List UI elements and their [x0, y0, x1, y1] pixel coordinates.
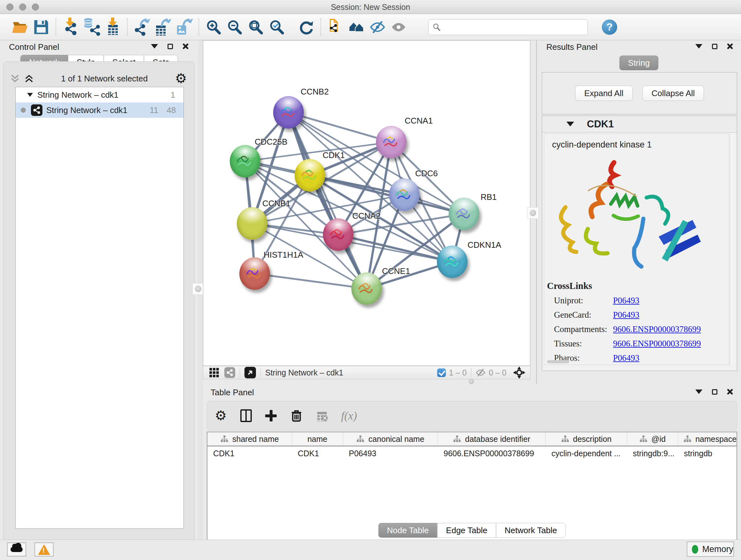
show-grid-icon[interactable] — [209, 368, 219, 378]
import-network-database-button[interactable] — [81, 17, 102, 37]
network-node-cdk1[interactable] — [294, 159, 325, 192]
show-columns-icon[interactable] — [240, 409, 252, 422]
column-header-description[interactable]: description — [546, 432, 627, 446]
network-node-hist1h1a[interactable] — [239, 257, 270, 290]
node-label-ccna2: CCNA2 — [352, 211, 381, 221]
delete-column-trash-icon[interactable] — [290, 409, 303, 422]
import-network-file-button[interactable] — [60, 17, 81, 37]
network-node-ccnb2[interactable] — [273, 96, 304, 129]
undock-panel-icon[interactable] — [167, 44, 173, 49]
table-cell[interactable]: stringdb — [678, 446, 737, 460]
network-node-ccna1[interactable] — [376, 126, 407, 159]
hidden-eye-slash-icon[interactable] — [476, 368, 485, 377]
warnings-button[interactable] — [35, 543, 54, 557]
bottom-splitter-handle[interactable] — [467, 379, 476, 384]
export-network-button[interactable] — [131, 17, 152, 37]
results-hscroll-thumb[interactable] — [547, 360, 569, 363]
network-node-cdc25b[interactable] — [230, 145, 260, 178]
column-header-canonical-name[interactable]: canonical name — [343, 432, 438, 446]
zoom-selected-button[interactable] — [266, 17, 287, 37]
open-session-button[interactable] — [10, 17, 30, 37]
collapse-all-button[interactable]: Collapse All — [643, 85, 704, 101]
collapse-all-icon[interactable] — [10, 74, 20, 83]
birdseye-crosshair-icon[interactable] — [513, 366, 526, 379]
delete-table-icon[interactable] — [316, 410, 328, 422]
results-entry-header[interactable]: CDK1 — [542, 116, 737, 132]
clone-network-button[interactable] — [325, 17, 346, 37]
close-panel-icon[interactable] — [727, 44, 733, 49]
results-scrollbar[interactable] — [730, 134, 735, 365]
left-splitter-handle[interactable] — [192, 283, 204, 295]
tab-node-table[interactable]: Node Table — [379, 523, 437, 538]
network-node-ccne1[interactable] — [351, 272, 382, 305]
table-cell[interactable]: CDK1 — [207, 446, 292, 460]
close-panel-icon[interactable] — [727, 389, 733, 395]
expand-all-icon[interactable] — [24, 74, 34, 83]
zoom-fit-button[interactable] — [245, 17, 266, 37]
entry-expander-icon[interactable] — [566, 122, 574, 126]
table-cell[interactable]: CDK1 — [292, 446, 343, 460]
column-header-database-identifier[interactable]: database identifier — [438, 432, 546, 446]
network-node-cdc6[interactable] — [389, 179, 420, 211]
crosslink-compartments[interactable]: 9606.ENSP00000378699 — [613, 324, 701, 334]
network-node-ccnb1[interactable] — [237, 207, 267, 240]
network-node-rb1[interactable] — [449, 198, 479, 230]
float-panel-icon[interactable] — [151, 44, 158, 49]
column-header--id[interactable]: @id — [627, 432, 678, 446]
crosslink-tissues[interactable]: 9606.ENSP00000378699 — [613, 339, 701, 349]
detach-view-icon[interactable] — [245, 367, 256, 378]
crosslink-genecard[interactable]: P06493 — [613, 310, 639, 320]
right-splitter-handle[interactable] — [527, 207, 539, 219]
table-options-gear-icon[interactable] — [215, 409, 227, 422]
tab-edge-table[interactable]: Edge Table — [437, 523, 496, 538]
table-cell[interactable]: stringdb:9... — [627, 446, 678, 460]
network-canvas[interactable]: CCNB2CCNA1CDC25BCDK1CDC6RB1CCNB1CCNA2CDK… — [203, 40, 530, 366]
zoom-out-button[interactable] — [224, 17, 245, 37]
zoom-in-button[interactable] — [203, 17, 224, 37]
memory-button[interactable]: Memory — [687, 542, 734, 557]
column-header-shared-name[interactable]: shared name — [207, 432, 292, 446]
help-button[interactable]: ? — [602, 19, 617, 35]
network-node-cdkn1a[interactable] — [437, 246, 468, 278]
import-table-button[interactable] — [102, 17, 123, 37]
selected-checkbox-icon[interactable] — [437, 368, 446, 377]
column-header-name[interactable]: name — [292, 432, 343, 446]
function-builder-icon[interactable]: f(x) — [341, 409, 357, 422]
collection-expander-icon[interactable] — [27, 93, 33, 97]
table-row[interactable]: CDK1CDK1P064939606.ENSP00000378699cyclin… — [207, 446, 737, 460]
refresh-button[interactable] — [295, 17, 317, 37]
add-column-icon[interactable] — [265, 410, 277, 422]
hidden-count: 0 – 0 — [488, 368, 507, 377]
show-all-button[interactable] — [388, 17, 409, 37]
tab-string[interactable]: String — [619, 56, 658, 70]
crosslink-uniprot[interactable]: P06493 — [613, 296, 639, 306]
network-options-gear-icon[interactable] — [175, 72, 187, 85]
network-collection-row[interactable]: String Network – cdk1 1 — [16, 87, 184, 103]
save-session-button[interactable] — [30, 17, 52, 37]
export-table-button[interactable] — [152, 17, 174, 37]
undock-panel-icon[interactable] — [712, 44, 718, 49]
network-edge[interactable] — [255, 273, 367, 289]
expand-all-button[interactable]: Expand All — [575, 85, 633, 101]
table-cell[interactable]: 9606.ENSP00000378699 — [438, 446, 546, 460]
cloud-status-button[interactable] — [7, 543, 26, 557]
close-panel-icon[interactable] — [183, 44, 188, 49]
search-field[interactable] — [428, 19, 588, 35]
network-node-ccna2[interactable] — [323, 219, 354, 251]
table-cell[interactable]: cyclin-dependent ... — [546, 446, 627, 460]
network-view-toolbar: String Network – cdk1 1 – 0 0 – 0 — [203, 366, 530, 379]
tab-network-table[interactable]: Network Table — [496, 523, 565, 538]
float-panel-icon[interactable] — [695, 389, 702, 394]
crosslink-pharos[interactable]: P06493 — [613, 353, 639, 363]
table-cell[interactable]: P06493 — [343, 446, 438, 460]
undock-panel-icon[interactable] — [712, 389, 718, 395]
float-panel-icon[interactable] — [695, 44, 702, 49]
network-thumbnail-icon[interactable] — [224, 367, 235, 378]
hide-selected-button[interactable] — [367, 17, 388, 37]
export-image-button[interactable] — [174, 17, 195, 37]
column-header-namespace[interactable]: namespace — [678, 432, 737, 446]
search-input[interactable] — [444, 23, 578, 32]
first-neighbors-button[interactable] — [346, 17, 367, 37]
protein-thumbnail — [394, 186, 414, 202]
network-row-selected[interactable]: String Network – cdk1 11 48 — [16, 103, 184, 118]
